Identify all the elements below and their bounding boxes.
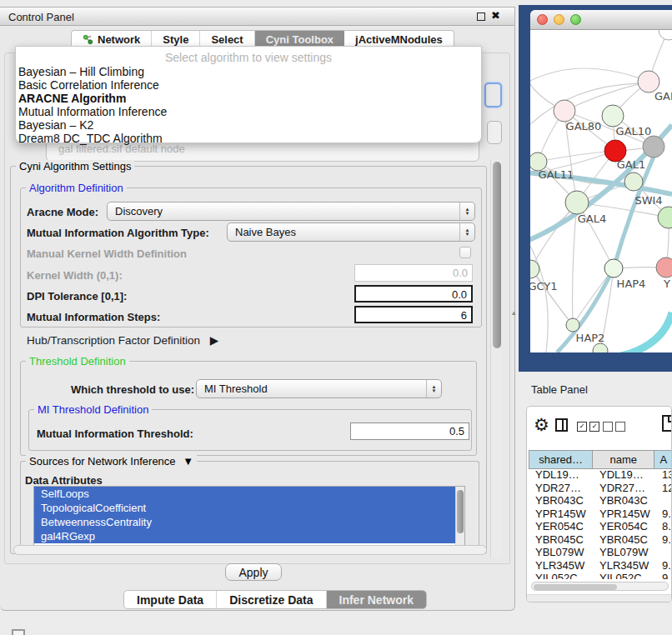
threshold-definition-title: Threshold Definition	[26, 355, 129, 368]
aracne-mode-label: Aracne Mode:	[27, 206, 98, 218]
network-node[interactable]	[643, 136, 664, 158]
table-body: YDL19…YDL19…13YDR27…YDR27…12YBR043CYBR04…	[529, 468, 672, 579]
select-all-columns-icon[interactable]: ✓ ✓	[577, 422, 599, 432]
algorithm-option-dream8-dc-tdc-algorithm[interactable]: Dream8 DC_TDC Algorithm	[16, 132, 481, 145]
network-node[interactable]	[593, 343, 608, 352]
node-label: GAL11	[539, 168, 574, 181]
mi-threshold-label: Mutual Information Threshold:	[37, 428, 193, 440]
algorithm-option-bayesian-k2[interactable]: Bayesian – K2	[16, 118, 481, 132]
network-node[interactable]	[566, 318, 579, 332]
deselect-all-columns-icon[interactable]	[603, 422, 625, 432]
sources-title[interactable]: Sources for Network Inference ▼	[26, 455, 197, 468]
table-cell: 9.	[655, 533, 672, 546]
combo-stepper-icon: ▲▼	[459, 202, 474, 220]
expand-right-icon[interactable]: ▶	[210, 334, 218, 347]
float-icon[interactable]	[477, 12, 485, 21]
network-node[interactable]	[565, 191, 589, 214]
tab-infer-network[interactable]: Infer Network	[327, 591, 426, 608]
table-row[interactable]: YLR345WYLR345W9.	[529, 559, 672, 572]
table-cell: YBR043C	[529, 494, 593, 507]
control-panel-titlebar	[0, 8, 514, 26]
network-edge	[530, 68, 649, 83]
tab-label: Style	[163, 33, 188, 46]
close-icon[interactable]: ✖	[491, 9, 500, 22]
which-threshold-label: Which threshold to use:	[71, 383, 194, 396]
network-node[interactable]	[624, 172, 643, 191]
table-cell: YIL052C	[593, 572, 655, 579]
focused-stepper-fragment[interactable]	[484, 82, 502, 108]
node-label: GAL	[654, 90, 672, 102]
column-header-shared…[interactable]: shared…	[529, 450, 593, 469]
manual-kernel-label: Manual Kernel Width Definition	[27, 248, 187, 260]
dpi-tolerance-field[interactable]: 0.0	[354, 285, 473, 302]
network-canvas[interactable]: GALGAL80GAL10GAL1GAL11SWI4GAL4GCY1HAP4YH…	[530, 30, 672, 352]
kernel-width-field[interactable]: 0.0	[354, 264, 473, 282]
hub-definition-toggle[interactable]: Hub/Transcription Factor Definition ▶	[27, 333, 218, 347]
zoom-traffic-light-icon[interactable]	[570, 14, 581, 25]
algorithm-option-mutual-information-inference[interactable]: Mutual Information Inference	[16, 105, 481, 118]
table-panel-title: Table Panel	[531, 383, 588, 396]
network-node[interactable]	[602, 105, 624, 127]
bottom-tabbar: Impute DataDiscretize DataInfer Network	[123, 590, 427, 609]
settings-vertical-scrollbar-thumb[interactable]	[493, 162, 501, 348]
table-panel: ⚙ ✓ ✓ shared…nameA YDL19…YDL19…13YDR27…Y…	[526, 406, 672, 602]
table-row[interactable]: YDR27…YDR27…12	[529, 482, 672, 495]
algorithm-option-basic-correlation-inference[interactable]: Basic Correlation Inference	[16, 78, 481, 92]
minimize-traffic-light-icon[interactable]	[554, 14, 564, 25]
attribute-list-scrollbar[interactable]	[455, 487, 464, 545]
network-graph: GALGAL80GAL10GAL1GAL11SWI4GAL4GCY1HAP4YH…	[530, 30, 672, 352]
network-node[interactable]	[554, 100, 575, 122]
column-header-A[interactable]: A	[654, 450, 672, 469]
network-node[interactable]	[658, 207, 672, 228]
close-traffic-light-icon[interactable]	[537, 14, 548, 25]
table-row[interactable]: YBL079WYBL079W	[529, 546, 672, 559]
mi-type-combo[interactable]: Naive Bayes ▲▼	[227, 222, 475, 242]
tab-impute-data[interactable]: Impute Data	[124, 591, 217, 608]
algorithm-option-bayesian-hill-climbing[interactable]: Bayesian – Hill Climbing	[16, 65, 481, 78]
table-cell: YPR145W	[593, 508, 655, 520]
table-cell: 9	[655, 572, 672, 579]
aracne-mode-combo[interactable]: Discovery ▲▼	[107, 202, 475, 221]
tab-discretize-data[interactable]: Discretize Data	[217, 591, 326, 608]
settings-vertical-scrollbar[interactable]	[490, 159, 501, 558]
network-node[interactable]	[656, 258, 672, 278]
mi-steps-field[interactable]: 6	[354, 306, 473, 323]
table-row[interactable]: YIL052CYIL052C9	[529, 572, 672, 579]
network-window-titlebar[interactable]	[530, 10, 672, 30]
apply-button[interactable]: Apply	[225, 563, 282, 581]
splitter-arrow-icon[interactable]: ▴	[512, 308, 516, 317]
manual-kernel-checkbox[interactable]	[459, 247, 471, 258]
column-header-name[interactable]: name	[593, 450, 654, 469]
export-table-icon[interactable]	[662, 415, 672, 432]
combo-stepper-fragment	[487, 121, 502, 144]
node-label: Y	[663, 278, 670, 290]
table-cell: 9.	[655, 508, 672, 520]
table-cell: 13	[655, 468, 672, 481]
columns-icon[interactable]	[555, 418, 568, 432]
mi-threshold-field[interactable]: 0.5	[350, 422, 469, 440]
table-cell: YER054C	[529, 520, 593, 532]
network-node[interactable]	[604, 259, 623, 278]
attribute-item[interactable]: gal4RGexp	[34, 529, 464, 543]
settings-horizontal-scrollbar[interactable]	[13, 545, 487, 555]
table-row[interactable]: YDL19…YDL19…13	[529, 468, 672, 482]
table-cell: YPR145W	[529, 508, 593, 520]
collapse-down-icon[interactable]: ▼	[183, 455, 193, 468]
control-panel-title: Control Panel	[8, 11, 74, 23]
table-row[interactable]: YER054CYER054C8.	[529, 520, 672, 533]
table-header: shared…nameA	[529, 450, 672, 469]
network-window: GALGAL80GAL10GAL1GAL11SWI4GAL4GCY1HAP4YH…	[530, 10, 672, 352]
algorithm-definition-title: Algorithm Definition	[26, 182, 127, 194]
attribute-item[interactable]: SelfLoops	[34, 487, 464, 501]
table-row[interactable]: YPR145WYPR145W9.	[529, 508, 672, 521]
algorithm-dropdown-prompt: Select algorithm to view settings	[16, 50, 481, 65]
gear-icon[interactable]: ⚙	[534, 417, 549, 433]
attribute-item[interactable]: TopologicalCoefficient	[34, 501, 464, 515]
algorithm-option-aracne-algorithm[interactable]: ARACNE Algorithm	[16, 92, 481, 105]
attribute-item[interactable]: BetweennessCentrality	[34, 515, 464, 529]
table-horizontal-scrollbar[interactable]	[531, 582, 669, 591]
which-threshold-combo[interactable]: MI Threshold ▲▼	[196, 379, 442, 398]
table-row[interactable]: YBR045CYBR045C9.	[529, 533, 672, 547]
network-node[interactable]	[659, 30, 672, 40]
table-row[interactable]: YBR043CYBR043C	[529, 494, 672, 508]
